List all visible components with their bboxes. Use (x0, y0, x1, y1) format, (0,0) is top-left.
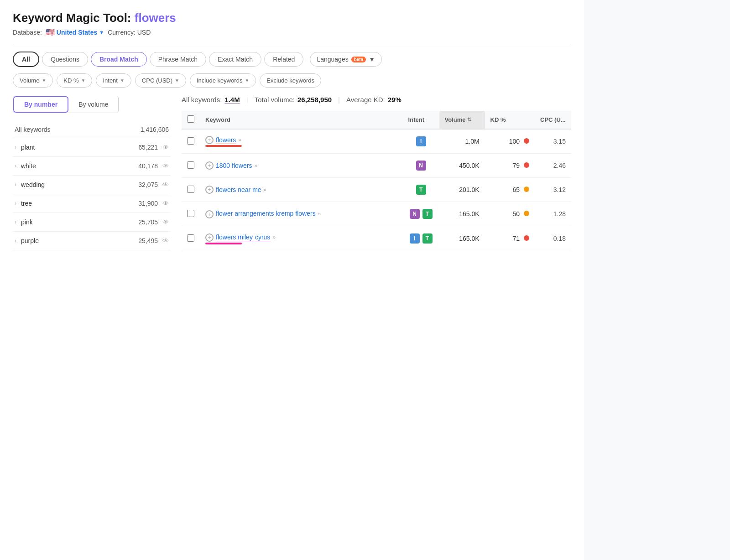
keyword-link[interactable]: + flower arrangements kremp flowers » (205, 209, 397, 218)
chevron-down-icon: ▼ (81, 78, 86, 83)
table-row: + flower arrangements kremp flowers » N … (182, 202, 571, 226)
volume-filter[interactable]: Volume ▼ (13, 73, 53, 88)
toggle-by-volume[interactable]: By volume (68, 96, 118, 113)
kd-cell: 65 (485, 178, 535, 202)
sidebar: By number By volume All keywords 1,416,6… (13, 96, 182, 251)
kd-filter[interactable]: KD % ▼ (57, 73, 92, 88)
intent-badge-n: N (410, 209, 420, 219)
database-country: United States (57, 29, 97, 36)
cpc-filter[interactable]: CPC (USD) ▼ (135, 73, 186, 88)
database-label: Database: (13, 29, 42, 36)
select-all-header[interactable] (182, 111, 200, 129)
table-row: + flowers miley cyrus » I T 165.0K (182, 226, 571, 251)
kd-value: 65 (513, 186, 520, 193)
kd-value: 50 (513, 210, 520, 218)
us-flag-icon: 🇺🇸 (46, 28, 55, 36)
keyword-link[interactable]: + flowers near me » (205, 186, 397, 194)
double-arrow-icon: » (264, 187, 267, 193)
add-to-list-icon[interactable]: + (205, 186, 214, 194)
kd-value: 100 (509, 138, 520, 145)
row-checkbox-cell[interactable] (182, 154, 200, 178)
intent-badge-i: I (416, 136, 426, 146)
sidebar-all-keywords-label: All keywords (15, 126, 51, 133)
double-arrow-icon: » (254, 162, 257, 169)
row-checkbox[interactable] (187, 234, 194, 242)
row-checkbox[interactable] (187, 210, 194, 217)
intent-badge-t: T (422, 209, 433, 219)
include-keywords-filter[interactable]: Include keywords ▼ (190, 73, 256, 88)
eye-icon[interactable]: 👁 (162, 237, 169, 244)
row-checkbox-cell[interactable] (182, 178, 200, 202)
keywords-table: Keyword Intent Volume ⇅ KD % (182, 111, 571, 251)
database-selector[interactable]: 🇺🇸 United States ▼ (46, 28, 104, 36)
tabs-row: All Questions Broad Match Phrase Match E… (13, 52, 571, 67)
table-row: + flowers » I 1.0M 100 (182, 129, 571, 154)
add-to-list-icon[interactable]: + (205, 233, 214, 242)
header-divider (13, 44, 571, 44)
keyword-link[interactable]: + 1800 flowers » (205, 161, 397, 170)
intent-cell: I (403, 129, 439, 154)
double-arrow-icon: » (238, 137, 241, 143)
kd-indicator-dot (524, 235, 529, 241)
keyword-link[interactable]: + flowers » (205, 136, 397, 144)
sidebar-item-name: white (21, 162, 36, 170)
sidebar-item-purple[interactable]: › purple 25,495 👁 (13, 232, 171, 250)
kd-cell: 79 (485, 154, 535, 178)
languages-button[interactable]: Languages beta ▼ (310, 52, 382, 67)
intent-cell: N (403, 154, 439, 178)
eye-icon[interactable]: 👁 (162, 144, 169, 151)
sidebar-item-count: 65,221 (138, 144, 158, 151)
add-to-list-icon[interactable]: + (205, 161, 214, 170)
sidebar-item-name: wedding (21, 181, 45, 188)
total-volume-stat-value: 26,258,950 (297, 96, 332, 104)
sidebar-item-wedding[interactable]: › wedding 32,075 👁 (13, 176, 171, 194)
exclude-keywords-filter[interactable]: Exclude keywords (260, 73, 321, 88)
eye-icon[interactable]: 👁 (162, 181, 169, 188)
keyword-text: flower arrangements kremp flowers (216, 209, 316, 218)
select-all-checkbox[interactable] (187, 115, 194, 123)
volume-column-header[interactable]: Volume ⇅ (439, 111, 485, 129)
cpc-cell: 3.15 (535, 129, 571, 154)
kd-indicator-dot (524, 211, 529, 216)
tab-phrase-match[interactable]: Phrase Match (150, 52, 206, 67)
sidebar-item-tree[interactable]: › tree 31,900 👁 (13, 194, 171, 213)
table-row: + flowers near me » T 201.0K 65 (182, 178, 571, 202)
cpc-column-header: CPC (U... (535, 111, 571, 129)
keyword-bar-pink (205, 243, 242, 244)
keyword-link[interactable]: + flowers miley cyrus » (205, 233, 397, 242)
tab-all[interactable]: All (13, 52, 39, 67)
chevron-right-icon: › (15, 238, 16, 244)
tab-broad-match[interactable]: Broad Match (91, 52, 147, 67)
eye-icon[interactable]: 👁 (162, 162, 169, 170)
keyword-cell: + flowers miley cyrus » (200, 226, 403, 251)
sidebar-all-keywords-count: 1,416,606 (141, 126, 169, 133)
page-header: Keyword Magic Tool: flowers Database: 🇺🇸… (13, 11, 571, 36)
add-to-list-icon[interactable]: + (205, 210, 214, 218)
intent-column-header: Intent (403, 111, 439, 129)
toggle-by-number[interactable]: By number (13, 96, 68, 113)
kd-cell: 50 (485, 202, 535, 226)
sidebar-item-white[interactable]: › white 40,178 👁 (13, 157, 171, 176)
eye-icon[interactable]: 👁 (162, 200, 169, 207)
eye-icon[interactable]: 👁 (162, 218, 169, 226)
add-to-list-icon[interactable]: + (205, 136, 214, 144)
row-checkbox-cell[interactable] (182, 226, 200, 251)
tab-related[interactable]: Related (264, 52, 303, 67)
sidebar-item-count: 25,495 (138, 237, 158, 244)
row-checkbox[interactable] (187, 186, 194, 193)
intent-filter[interactable]: Intent ▼ (96, 73, 131, 88)
sidebar-item-name: plant (21, 144, 35, 151)
row-checkbox-cell[interactable] (182, 129, 200, 154)
chevron-down-icon: ▼ (175, 78, 179, 83)
row-checkbox[interactable] (187, 161, 194, 169)
row-checkbox[interactable] (187, 137, 194, 145)
keyword-cell: + flowers » (200, 129, 403, 154)
main-content: By number By volume All keywords 1,416,6… (13, 96, 571, 251)
tab-questions[interactable]: Questions (42, 52, 88, 67)
all-keywords-stat-value: 1.4M (224, 96, 240, 104)
row-checkbox-cell[interactable] (182, 202, 200, 226)
tab-exact-match[interactable]: Exact Match (209, 52, 261, 67)
sidebar-item-pink[interactable]: › pink 25,705 👁 (13, 213, 171, 232)
sidebar-item-count: 32,075 (138, 181, 158, 188)
sidebar-item-plant[interactable]: › plant 65,221 👁 (13, 138, 171, 157)
